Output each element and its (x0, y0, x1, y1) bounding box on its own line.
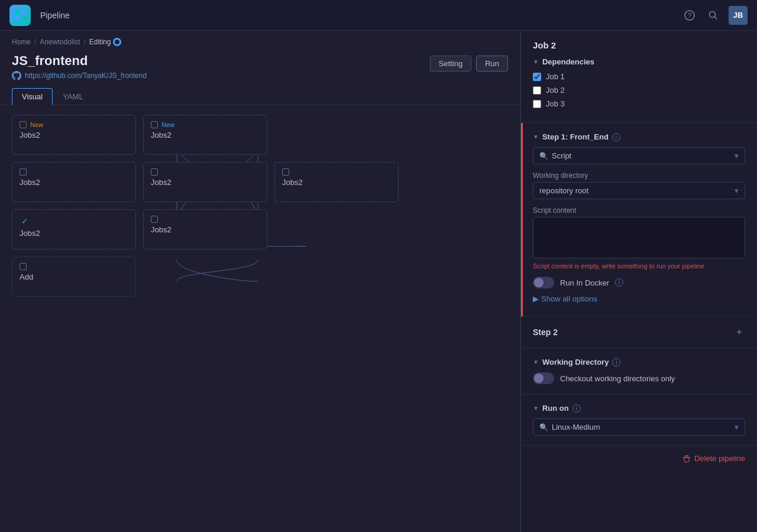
run-on-collapsible[interactable]: ▼ Run on i (533, 404, 581, 413)
job-node-2[interactable]: New Jobs2 (143, 115, 267, 155)
run-button[interactable]: Run (476, 56, 508, 72)
job-node-add[interactable]: Add (12, 257, 136, 297)
job-node-1[interactable]: New Jobs2 (12, 115, 136, 155)
job-node-6[interactable]: ✓ Jobs2 (12, 209, 136, 249)
working-dir-section-header[interactable]: ▼ Working Directory i (533, 358, 745, 366)
script-content-textarea[interactable] (533, 217, 745, 258)
pipeline-actions: Setting Run (430, 56, 508, 72)
node-name-5: Jobs2 (282, 178, 303, 187)
toggle-knob (534, 278, 544, 287)
node-name-4: Jobs2 (151, 178, 172, 187)
script-content-label: Script content (533, 206, 745, 215)
run-on-chevron-icon-2: ▾ (735, 423, 739, 432)
dependencies-header[interactable]: ▼ Dependencies (533, 57, 745, 66)
show-options-label: Show all options (541, 294, 597, 303)
script-content-field-group: Script content Script content is empty, … (533, 206, 745, 270)
breadcrumb-sep-1: / (34, 38, 36, 46)
pipeline-canvas: New Jobs2 New Jobs2 Jo (0, 105, 520, 306)
dep-label-job2: Job 2 (546, 86, 565, 95)
working-dir-field-group: Working directory repository root ▾ (533, 171, 745, 199)
svg-rect-3 (21, 16, 25, 21)
job-node-5[interactable]: Jobs2 (274, 162, 399, 202)
user-avatar[interactable]: JB (729, 6, 748, 25)
script-field-group: 🔍 Script ▾ (533, 147, 745, 164)
run-in-docker-toggle[interactable] (533, 277, 554, 288)
checkout-label: Checkout working directories only (560, 374, 675, 383)
dep-item-job3: Job 3 (533, 99, 745, 108)
top-navigation: Pipeline ? JB (0, 0, 757, 31)
working-dir-value: repository root (539, 186, 588, 195)
step1-info-icon[interactable]: i (612, 133, 620, 141)
node-checkbox-7[interactable] (151, 216, 158, 223)
breadcrumb-editing-label: Editing (89, 38, 111, 46)
node-checkbox-add[interactable] (20, 263, 27, 270)
dependencies-chevron-icon: ▼ (533, 59, 539, 65)
working-dir-select[interactable]: repository root ▾ (533, 182, 745, 199)
step2-header: Step 2 + (533, 326, 745, 338)
node-name-3: Jobs2 (20, 178, 40, 187)
dep-label-job3: Job 3 (546, 99, 565, 108)
editing-status-dot (113, 38, 121, 46)
checkout-toggle[interactable] (533, 372, 554, 384)
dep-checkbox-job1[interactable] (533, 73, 541, 81)
dep-label-job1: Job 1 (546, 72, 565, 81)
tab-visual[interactable]: Visual (12, 88, 53, 105)
step2-add-button[interactable]: + (733, 326, 745, 338)
run-on-value: Linux-Medium (552, 423, 600, 432)
working-dir-info-icon[interactable]: i (612, 358, 620, 366)
breadcrumb-home[interactable]: Home (12, 38, 31, 46)
node-checkbox-1[interactable] (20, 121, 27, 128)
step2-title: Step 2 (533, 327, 558, 337)
show-options-chevron-icon: ▶ (533, 294, 539, 303)
help-icon[interactable]: ? (681, 7, 698, 24)
working-dir-chevron-icon: ▾ (735, 186, 739, 195)
node-checkbox-5[interactable] (282, 168, 289, 176)
dep-item-job1: Job 1 (533, 72, 745, 81)
script-search-icon: 🔍 (539, 152, 548, 160)
svg-rect-2 (15, 16, 20, 21)
breadcrumb-current: Editing (89, 38, 122, 46)
delete-pipeline-button[interactable]: Delete pipeline (682, 454, 745, 463)
run-in-docker-row: Run In Docker i (533, 277, 745, 288)
run-on-search-icon: 🔍 (539, 423, 548, 432)
job2-title: Job 2 (533, 40, 745, 50)
node-checkbox-3[interactable] (20, 168, 27, 176)
search-icon[interactable] (705, 7, 722, 24)
app-title: Pipeline (40, 11, 70, 20)
run-on-select[interactable]: 🔍 Linux-Medium ▾ (533, 419, 745, 436)
node-name-2: Jobs2 (151, 131, 172, 140)
show-options-link[interactable]: ▶ Show all options (533, 294, 745, 303)
node-checkbox-4[interactable] (151, 168, 158, 176)
svg-rect-8 (683, 457, 690, 458)
pipeline-url[interactable]: https://github.com/TanyaK/JS_frontend (12, 71, 147, 80)
run-on-title: Run on (542, 404, 569, 413)
dep-checkbox-job3[interactable] (533, 100, 541, 108)
tab-yaml[interactable]: YAML (53, 88, 93, 105)
working-dir-section-chevron-icon: ▼ (533, 359, 539, 365)
delete-pipeline-row: Delete pipeline (521, 446, 757, 471)
breadcrumb-project[interactable]: Anewtodolist (40, 38, 80, 46)
svg-rect-0 (15, 10, 20, 15)
trash-icon (682, 455, 691, 463)
app-logo[interactable] (9, 5, 31, 26)
job-node-3[interactable]: Jobs2 (12, 162, 136, 202)
pipeline-title-area: JS_frontend https://github.com/TanyaK/JS… (12, 53, 147, 80)
setting-button[interactable]: Setting (430, 56, 471, 72)
checkout-toggle-knob (534, 374, 544, 383)
script-select[interactable]: 🔍 Script ▾ (533, 147, 745, 164)
step1-chevron-icon: ▼ (533, 134, 539, 140)
node-checkbox-2[interactable] (151, 121, 158, 128)
working-dir-section-title: Working Directory (542, 358, 609, 366)
step1-header[interactable]: ▼ Step 1: Front_End i (533, 132, 745, 141)
job-node-7[interactable]: Jobs2 (143, 209, 267, 249)
svg-text:?: ? (688, 12, 691, 19)
run-in-docker-info-icon[interactable]: i (615, 278, 623, 287)
run-on-section: ▼ Run on i 🔍 Linux-Medium ▾ (521, 394, 757, 446)
delete-pipeline-label: Delete pipeline (694, 454, 745, 463)
dependencies-title: Dependencies (542, 57, 594, 66)
run-on-info-icon[interactable]: i (572, 404, 581, 413)
svg-rect-9 (685, 455, 688, 456)
dep-checkbox-job2[interactable] (533, 86, 541, 95)
job-node-4[interactable]: Jobs2 (143, 162, 267, 202)
breadcrumb-sep-2: / (83, 38, 85, 46)
